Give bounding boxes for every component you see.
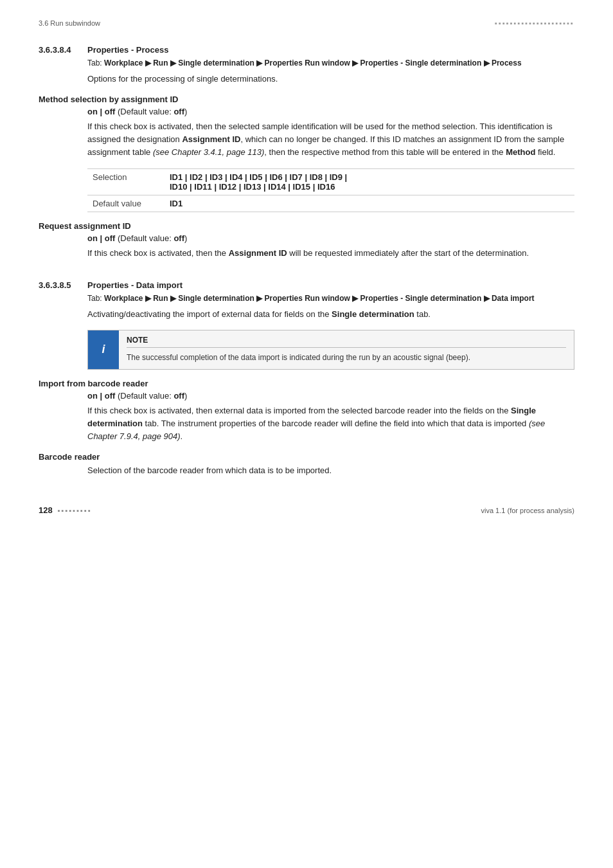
note-title: NOTE (127, 336, 566, 348)
desc-barcode-reader: Selection of the barcode reader from whi… (87, 464, 574, 477)
note-content: NOTE The successful completion of the da… (119, 330, 574, 369)
subsection-heading-barcode-reader: Barcode reader (39, 452, 574, 462)
subsection-heading-request-assignment: Request assignment ID (39, 221, 574, 231)
page-footer: 128 ▪▪▪▪▪▪▪▪▪ viva 1.1 (for process anal… (39, 503, 574, 515)
table-cell-label: Default value (87, 195, 164, 212)
param-table-method-selection: Selection ID1 | ID2 | ID3 | ID4 | ID5 | … (87, 168, 574, 212)
page-header: 3.6 Run subwindow ▪▪▪▪▪▪▪▪▪▪▪▪▪▪▪▪▪▪▪▪▪ (39, 19, 574, 27)
header-dots: ▪▪▪▪▪▪▪▪▪▪▪▪▪▪▪▪▪▪▪▪▪ (495, 19, 574, 27)
description-3684: Options for the processing of single det… (87, 73, 574, 86)
note-box: i NOTE The successful completion of the … (87, 330, 574, 370)
section-title-3685: Properties - Data import (87, 280, 182, 290)
table-cell-label: Selection (87, 168, 164, 195)
section-number-3684: 3.6.3.8.4 (39, 45, 77, 55)
section-heading-3684: 3.6.3.8.4 Properties - Process (39, 45, 574, 55)
subsection-heading-method-selection: Method selection by assignment ID (39, 95, 574, 104)
subsection-barcode-reader: Barcode reader Selection of the barcode … (39, 452, 574, 477)
subsection-import-barcode: Import from barcode reader on | off (Def… (39, 379, 574, 443)
description-3685: Activating/deactivating the import of ex… (87, 308, 574, 321)
table-row: Default value ID1 (87, 195, 574, 212)
section-heading-3685: 3.6.3.8.5 Properties - Data import (39, 280, 574, 290)
breadcrumb-3685: Tab: Workplace ▶ Run ▶ Single determinat… (87, 294, 574, 303)
header-left: 3.6 Run subwindow (39, 19, 100, 27)
table-cell-value: ID1 | ID2 | ID3 | ID4 | ID5 | ID6 | ID7 … (164, 168, 574, 195)
section-number-3685: 3.6.3.8.5 (39, 280, 77, 290)
footer-version: viva 1.1 (for process analysis) (481, 507, 575, 514)
note-icon: i (88, 330, 119, 369)
subsection-method-selection: Method selection by assignment ID on | o… (39, 95, 574, 212)
section-3685: 3.6.3.8.5 Properties - Data import Tab: … (39, 280, 574, 478)
desc-method-selection: If this check box is activated, then the… (87, 120, 574, 159)
onoff-method-selection: on | off (Default value: off) (87, 107, 574, 116)
section-title-3684: Properties - Process (87, 45, 168, 55)
table-row: Selection ID1 | ID2 | ID3 | ID4 | ID5 | … (87, 168, 574, 195)
onoff-request-assignment: on | off (Default value: off) (87, 233, 574, 243)
breadcrumb-3684: Tab: Workplace ▶ Run ▶ Single determinat… (87, 59, 574, 68)
desc-import-barcode: If this check box is activated, then ext… (87, 404, 574, 443)
page-number: 128 (39, 505, 53, 515)
section-3684: 3.6.3.8.4 Properties - Process Tab: Work… (39, 45, 574, 260)
footer-dots: ▪▪▪▪▪▪▪▪▪ (58, 507, 92, 514)
table-cell-value: ID1 (164, 195, 574, 212)
desc-request-assignment: If this check box is activated, then the… (87, 247, 574, 260)
subsection-heading-import-barcode: Import from barcode reader (39, 379, 574, 388)
note-text: The successful completion of the data im… (127, 352, 566, 363)
subsection-request-assignment: Request assignment ID on | off (Default … (39, 221, 574, 260)
onoff-import-barcode: on | off (Default value: off) (87, 391, 574, 401)
